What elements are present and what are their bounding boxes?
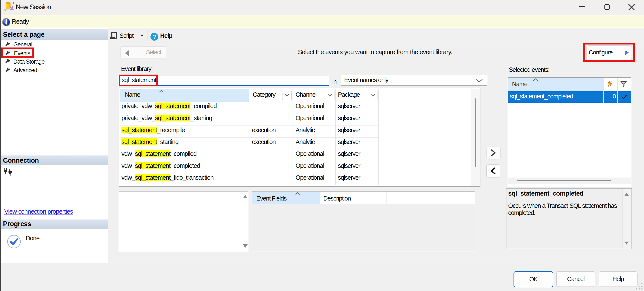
svg-text:?: ? [153,34,156,40]
